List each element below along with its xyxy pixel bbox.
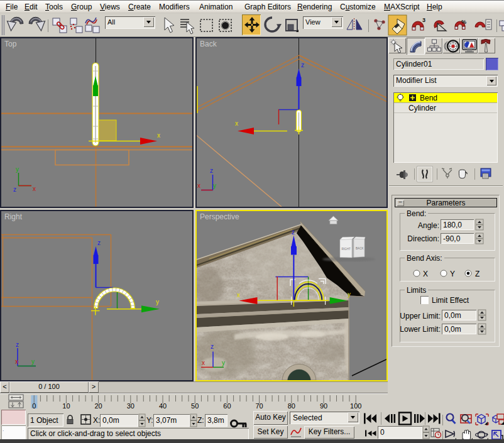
svg-text:x: x (235, 120, 238, 127)
svg-text:RIGHT: RIGHT (342, 248, 351, 251)
svg-text:x: x (33, 185, 36, 192)
svg-text:z: z (13, 186, 16, 193)
svg-text:x: x (157, 132, 160, 139)
svg-text:y: y (222, 359, 225, 366)
svg-text:x: x (202, 359, 205, 366)
svg-text:y: y (16, 166, 19, 173)
svg-text:3: 3 (422, 17, 425, 23)
svg-text:z: z (292, 229, 295, 236)
svg-text:z: z (210, 167, 213, 174)
svg-text:z: z (16, 341, 19, 348)
svg-text:z: z (301, 62, 304, 68)
svg-text:y: y (213, 182, 216, 189)
svg-text:x: x (237, 292, 240, 298)
svg-text:%: % (461, 19, 466, 25)
svg-text:z: z (97, 239, 101, 246)
svg-text:y: y (156, 298, 159, 305)
svg-text:y: y (348, 291, 351, 298)
svg-text:BACK: BACK (356, 247, 364, 250)
svg-text:x: x (197, 182, 200, 189)
svg-text:x: x (15, 358, 18, 365)
svg-text:z: z (211, 343, 214, 350)
svg-text:y: y (31, 358, 35, 365)
